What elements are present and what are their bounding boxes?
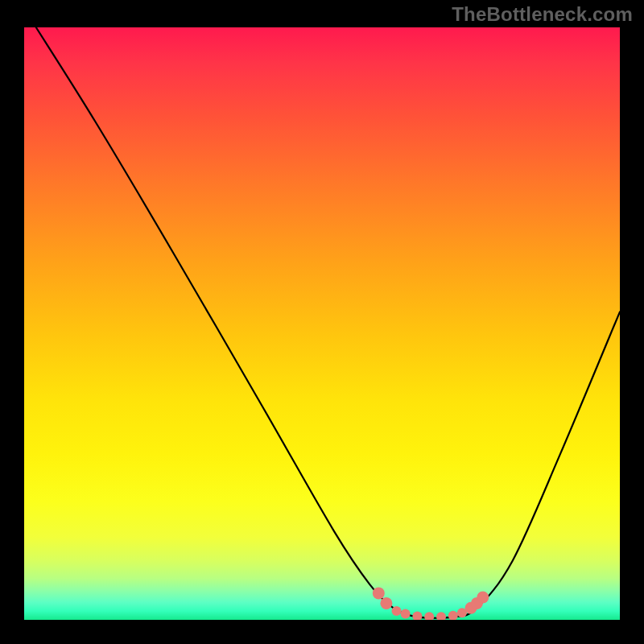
curve-marker <box>436 612 446 620</box>
marker-group <box>373 587 489 620</box>
curve-marker <box>424 612 434 620</box>
curve-marker <box>392 606 402 616</box>
curve-marker <box>477 592 489 604</box>
curve-marker <box>448 611 458 620</box>
curve-marker <box>373 587 385 599</box>
curve-svg <box>24 27 620 620</box>
bottleneck-curve <box>36 27 620 618</box>
curve-marker <box>380 597 392 609</box>
chart-container: TheBottleneck.com <box>0 0 644 644</box>
curve-marker <box>412 612 422 620</box>
plot-area <box>24 27 620 620</box>
curve-marker <box>401 609 411 619</box>
watermark-text: TheBottleneck.com <box>452 3 633 26</box>
